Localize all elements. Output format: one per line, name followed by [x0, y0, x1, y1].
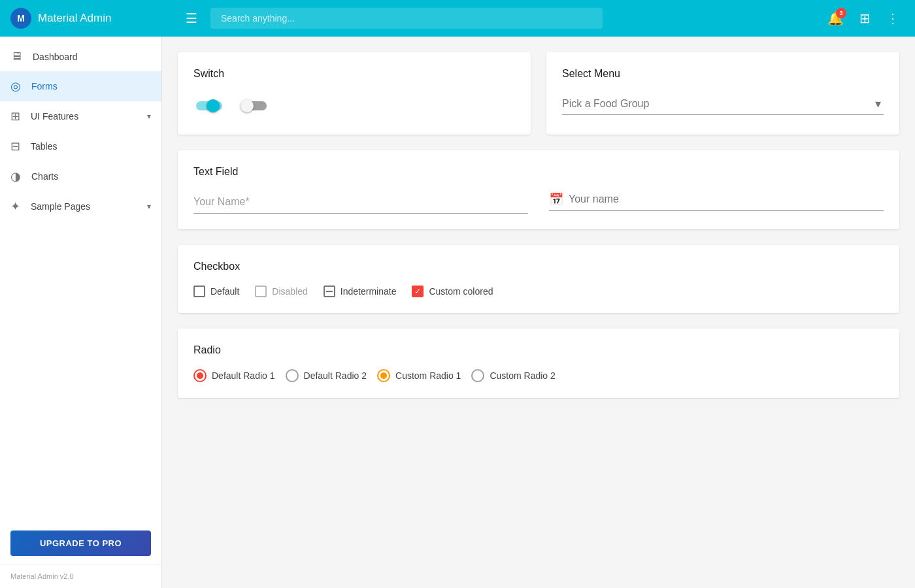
forms-icon: ◎ — [10, 79, 21, 93]
notification-badge: 3 — [836, 8, 846, 18]
search-input[interactable] — [210, 8, 603, 29]
upgrade-button[interactable]: UPGRADE TO PRO — [10, 531, 151, 556]
more-options-button[interactable]: ⋮ — [881, 5, 905, 31]
toggle-thumb-2 — [241, 99, 254, 112]
radio-card: Radio Default Radio 1 Default Radio 2 Cu… — [178, 329, 899, 398]
checkbox-default-box — [193, 286, 205, 297]
switch-title: Switch — [193, 68, 515, 80]
checkbox-custom-colored[interactable]: Custom colored — [412, 286, 493, 297]
more-icon: ⋮ — [886, 11, 899, 25]
apps-button[interactable]: ⊞ — [854, 5, 876, 31]
your-name-input[interactable] — [193, 191, 528, 214]
checkbox-indeterminate[interactable]: Indeterminate — [324, 286, 397, 297]
radio-title: Radio — [193, 344, 884, 356]
sidebar-item-ui-features[interactable]: ⊞ UI Features ▾ — [0, 101, 161, 131]
upgrade-label: UPGRADE TO PRO — [40, 538, 122, 548]
select-container: Pick a Food GroupGrainsVegetablesFruitsD… — [562, 93, 884, 115]
ui-features-icon: ⊞ — [10, 109, 20, 123]
radio-circle-4 — [471, 369, 484, 382]
calendar-icon: 📅 — [549, 192, 563, 206]
sidebar-label-dashboard: Dashboard — [33, 52, 151, 62]
sidebar-item-tables[interactable]: ⊟ Tables — [0, 131, 161, 161]
tables-icon: ⊟ — [10, 139, 20, 154]
hamburger-icon: ☰ — [186, 11, 197, 25]
header-center: ☰ — [173, 8, 822, 29]
main-content: Switch Select Menu — [162, 37, 915, 588]
food-group-select[interactable]: Pick a Food GroupGrainsVegetablesFruitsD… — [562, 93, 884, 115]
header: M Material Admin ☰ 🔔 3 ⊞ ⋮ — [0, 0, 915, 37]
radio-circle-3 — [377, 369, 390, 382]
logo-letter: M — [17, 13, 25, 24]
checkbox-disabled: Disabled — [255, 286, 307, 297]
checkbox-indeterminate-box — [324, 286, 335, 297]
dashboard-icon: 🖥 — [10, 50, 22, 63]
select-menu-card: Select Menu Pick a Food GroupGrainsVeget… — [546, 52, 899, 135]
toggle-switch-1[interactable] — [193, 98, 225, 114]
sidebar-label-forms: Forms — [31, 81, 151, 91]
sidebar: 🖥 Dashboard ◎ Forms ⊞ UI Features ▾ ⊟ Ta… — [0, 37, 162, 588]
layout: 🖥 Dashboard ◎ Forms ⊞ UI Features ▾ ⊟ Ta… — [0, 37, 915, 588]
sidebar-item-forms[interactable]: ◎ Forms — [0, 71, 161, 101]
sidebar-item-charts[interactable]: ◑ Charts — [0, 161, 161, 191]
checkbox-default[interactable]: Default — [193, 286, 239, 297]
sidebar-nav: 🖥 Dashboard ◎ Forms ⊞ UI Features ▾ ⊟ Ta… — [0, 37, 161, 523]
checkbox-title: Checkbox — [193, 261, 884, 272]
checkbox-disabled-label: Disabled — [272, 286, 307, 297]
switch-select-row: Switch Select Menu — [178, 52, 899, 135]
header-actions: 🔔 3 ⊞ ⋮ — [822, 5, 905, 31]
radio-label-4: Custom Radio 2 — [490, 370, 555, 381]
sidebar-label-ui-features: UI Features — [31, 111, 137, 122]
hamburger-button[interactable]: ☰ — [183, 8, 200, 29]
switch-container — [193, 93, 515, 119]
text-field-card: Text Field 📅 — [178, 150, 899, 229]
radio-circle-1 — [193, 369, 207, 382]
logo: M — [10, 8, 31, 29]
sidebar-label-tables: Tables — [31, 141, 151, 152]
radio-default-1[interactable]: Default Radio 1 — [193, 369, 275, 382]
sidebar-label-charts: Charts — [31, 171, 151, 182]
checkbox-card: Checkbox Default Disabled Indeterminate — [178, 245, 899, 313]
radio-custom-1[interactable]: Custom Radio 1 — [377, 369, 461, 382]
radio-label-2: Default Radio 2 — [304, 370, 367, 381]
select-title: Select Menu — [562, 68, 884, 80]
radio-row: Default Radio 1 Default Radio 2 Custom R… — [193, 369, 884, 382]
radio-label-3: Custom Radio 1 — [395, 370, 461, 381]
ui-features-arrow: ▾ — [147, 112, 151, 121]
toggle-thumb-1 — [207, 99, 220, 112]
footer-text: Material Admin v2.0 — [10, 572, 74, 580]
text-field-group-2: 📅 — [549, 191, 884, 214]
sidebar-item-dashboard[interactable]: 🖥 Dashboard — [0, 42, 161, 71]
checkbox-disabled-box — [255, 286, 267, 297]
switch-card: Switch — [178, 52, 531, 135]
app-title: Material Admin — [38, 12, 111, 25]
text-fields-row: 📅 — [193, 191, 884, 214]
radio-circle-2 — [286, 369, 299, 382]
radio-default-2[interactable]: Default Radio 2 — [286, 369, 367, 382]
apps-icon: ⊞ — [859, 11, 871, 25]
sample-pages-icon: ✦ — [10, 199, 20, 214]
checkbox-custom-box — [412, 286, 424, 297]
text-field-with-icon: 📅 — [549, 191, 884, 211]
text-field-group-1 — [193, 191, 528, 214]
radio-label-1: Default Radio 1 — [212, 370, 275, 381]
radio-custom-2[interactable]: Custom Radio 2 — [471, 369, 555, 382]
sidebar-label-sample-pages: Sample Pages — [31, 201, 137, 212]
sample-pages-arrow: ▾ — [147, 202, 151, 211]
charts-icon: ◑ — [10, 169, 21, 184]
text-field-title: Text Field — [193, 166, 884, 178]
checkbox-row: Default Disabled Indeterminate Custom co… — [193, 286, 884, 297]
notifications-button[interactable]: 🔔 3 — [822, 5, 849, 31]
your-name-icon-input[interactable] — [569, 191, 884, 208]
toggle-switch-2[interactable] — [241, 98, 272, 114]
checkbox-default-label: Default — [210, 286, 239, 297]
checkbox-indeterminate-label: Indeterminate — [341, 286, 397, 297]
checkbox-custom-label: Custom colored — [429, 286, 493, 297]
sidebar-footer: Material Admin v2.0 — [0, 564, 161, 588]
sidebar-item-sample-pages[interactable]: ✦ Sample Pages ▾ — [0, 191, 161, 221]
header-brand: M Material Admin — [10, 8, 173, 29]
